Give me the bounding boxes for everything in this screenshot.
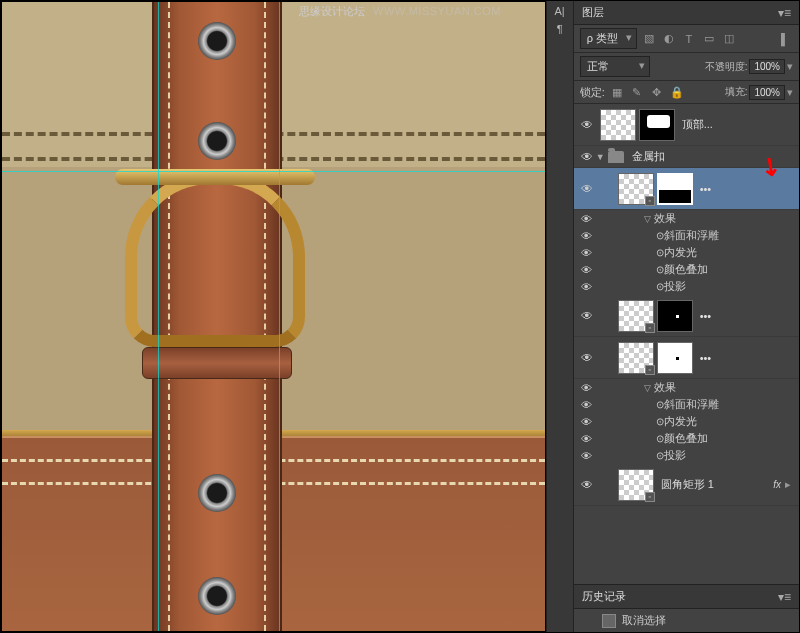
fx-color-overlay[interactable]: 👁⊙ 颜色叠加 (574, 430, 799, 447)
fx-header[interactable]: 👁 ▽ 效果 (574, 379, 799, 396)
layer-thumbnail[interactable]: ▫ (618, 300, 654, 332)
canvas[interactable] (1, 1, 546, 632)
visibility-toggle[interactable]: 👁 (578, 150, 596, 164)
history-step-icon (602, 614, 616, 628)
paragraph-panel-icon[interactable]: ¶ (557, 23, 563, 35)
mask-thumbnail[interactable] (657, 342, 693, 374)
lock-position-icon[interactable]: ✥ (649, 84, 665, 100)
collapsed-panels[interactable]: A| ¶ (546, 1, 574, 632)
buckle (110, 167, 320, 362)
opacity-label: 不透明度: (705, 60, 748, 74)
filter-smart-icon[interactable]: ◫ (721, 31, 737, 47)
mask-thumbnail[interactable] (639, 109, 675, 141)
filter-pixel-icon[interactable]: ▧ (641, 31, 657, 47)
chevron-down-icon[interactable]: ▾ (787, 86, 793, 99)
layer-thumbnail[interactable]: ▫ (618, 173, 654, 205)
history-item[interactable]: 取消选择 (574, 611, 799, 630)
layers-tab[interactable]: 图层 (582, 5, 604, 20)
lock-label: 锁定: (580, 85, 605, 100)
mask-thumbnail[interactable] (657, 300, 693, 332)
layer-thumbnail[interactable]: ▫ (618, 342, 654, 374)
opacity-input[interactable]: 100% (749, 59, 785, 74)
history-panel-header: 历史记录 ▾≡ (574, 584, 799, 609)
fx-drop-shadow[interactable]: 👁⊙ 投影 (574, 278, 799, 295)
panel-menu-icon[interactable]: ▾≡ (778, 590, 791, 604)
filter-type-icon[interactable]: T (681, 31, 697, 47)
layers-list[interactable]: 👁 顶部... 👁 ▼ 金属扣 👁 ▫ ••• (574, 104, 799, 584)
fx-inner-glow[interactable]: 👁⊙ 内发光 (574, 244, 799, 261)
fill-input[interactable]: 100% (749, 85, 785, 100)
filter-toggle[interactable]: ▌ (777, 31, 793, 47)
mask-thumbnail[interactable] (657, 173, 693, 205)
lock-fill-row: 锁定: ▦ ✎ ✥ 🔒 填充: 100% ▾ (574, 81, 799, 104)
fx-badge[interactable]: fx (773, 479, 785, 490)
fx-header[interactable]: 👁 ▽ 效果 (574, 210, 799, 227)
layer-label[interactable]: 顶部... (682, 117, 713, 132)
panels-area: A| ¶ 图层 ▾≡ ρ 类型 ▧ ◐ T ▭ ◫ ▌ 正常 不透明度: 1 (546, 1, 799, 632)
lock-pixels-icon[interactable]: ✎ (629, 84, 645, 100)
fx-bevel[interactable]: 👁⊙ 斜面和浮雕 (574, 227, 799, 244)
blend-mode-dropdown[interactable]: 正常 (580, 56, 650, 77)
collapse-toggle[interactable]: ▼ (596, 152, 605, 162)
fx-color-overlay[interactable]: 👁⊙ 颜色叠加 (574, 261, 799, 278)
layer-item[interactable]: 👁 ▫ ••• (574, 295, 799, 337)
visibility-toggle[interactable]: 👁 (578, 309, 596, 323)
layer-top[interactable]: 👁 顶部... (574, 104, 799, 146)
blend-opacity-row: 正常 不透明度: 100% ▾ (574, 53, 799, 81)
history-tab[interactable]: 历史记录 (582, 589, 626, 604)
lock-transparent-icon[interactable]: ▦ (609, 84, 625, 100)
layer-thumbnail[interactable]: ▫ (618, 469, 654, 501)
group-label[interactable]: 金属扣 (632, 149, 665, 164)
visibility-toggle[interactable]: 👁 (578, 351, 596, 365)
layer-label[interactable]: 圆角矩形 1 (661, 477, 714, 492)
panel-menu-icon[interactable]: ▾≡ (778, 6, 791, 20)
layer-thumbnail[interactable] (600, 109, 636, 141)
filter-shape-icon[interactable]: ▭ (701, 31, 717, 47)
visibility-toggle[interactable]: 👁 (578, 182, 596, 196)
fx-bevel[interactable]: 👁⊙ 斜面和浮雕 (574, 396, 799, 413)
smart-badge-icon: ▫ (645, 196, 655, 206)
layer-more[interactable]: ••• (700, 183, 712, 195)
history-list[interactable]: 取消选择 (574, 609, 799, 632)
fx-inner-glow[interactable]: 👁⊙ 内发光 (574, 413, 799, 430)
workspace: A| ¶ 图层 ▾≡ ρ 类型 ▧ ◐ T ▭ ◫ ▌ 正常 不透明度: 1 (1, 1, 799, 632)
lock-all-icon[interactable]: 🔒 (669, 84, 685, 100)
layer-filter-row: ρ 类型 ▧ ◐ T ▭ ◫ ▌ (574, 25, 799, 53)
layer-selected[interactable]: 👁 ▫ ••• ↘ (574, 168, 799, 210)
chevron-icon[interactable]: ▸ (785, 478, 795, 491)
filter-adjust-icon[interactable]: ◐ (661, 31, 677, 47)
layer-rounded-rect[interactable]: 👁 ▫ 圆角矩形 1 fx ▸ (574, 464, 799, 506)
chevron-down-icon[interactable]: ▾ (787, 60, 793, 73)
layer-item[interactable]: 👁 ▫ ••• (574, 337, 799, 379)
history-label: 取消选择 (622, 613, 666, 628)
character-panel-icon[interactable]: A| (555, 5, 565, 17)
fill-label: 填充: (725, 85, 748, 99)
filter-type-dropdown[interactable]: ρ 类型 (580, 28, 637, 49)
visibility-toggle[interactable]: 👁 (578, 478, 596, 492)
visibility-toggle[interactable]: 👁 (578, 118, 596, 132)
watermark: 思缘设计论坛WWW.MISSYUAN.COM (299, 3, 501, 19)
layers-panel-header: 图层 ▾≡ (574, 1, 799, 25)
folder-icon (608, 151, 624, 163)
visibility-toggle[interactable]: 👁 (578, 213, 596, 225)
fx-drop-shadow[interactable]: 👁⊙ 投影 (574, 447, 799, 464)
